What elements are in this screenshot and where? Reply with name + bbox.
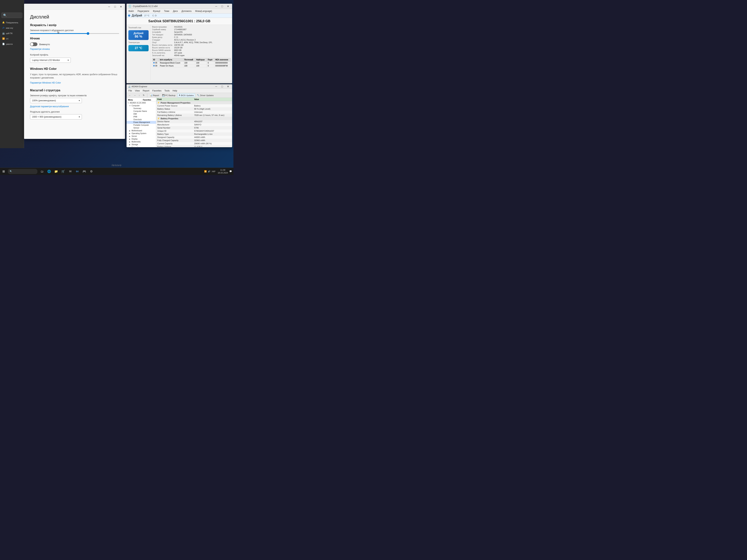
refresh-button[interactable]: ↻ — [142, 94, 146, 97]
taskbar-game[interactable]: 🎮 — [81, 168, 87, 175]
taskbar-store[interactable]: 🛒 — [60, 168, 66, 175]
brightness-slider[interactable] — [30, 33, 119, 34]
menu-themes[interactable]: Теми — [163, 9, 170, 13]
night-settings-link[interactable]: Параметри нічника — [30, 48, 50, 50]
scale-dropdown[interactable]: 100% (рекомендовано) ▾ — [30, 98, 82, 103]
aida-menu-file[interactable]: File — [127, 89, 133, 92]
resolution-chevron-icon: ▾ — [79, 115, 80, 118]
taskbar-search-input[interactable] — [12, 170, 31, 172]
aida64-close-button[interactable]: ✕ — [226, 84, 231, 89]
menu-language[interactable]: Мова(Language) — [194, 9, 213, 13]
taskbar-aida64[interactable]: 64 — [74, 168, 80, 175]
taskbar-mail[interactable]: ✉ — [67, 168, 73, 175]
content-section-0: ⚡Power Management Properties — [156, 101, 232, 104]
scale-advanced-link[interactable]: Додаткові параметри масштабування — [30, 105, 69, 108]
tree-item-storage[interactable]: ▶ Storage — [127, 143, 156, 146]
tree-item-summary[interactable]: Summary — [127, 107, 156, 110]
status-indicator-dot — [128, 15, 130, 17]
color-profile-dropdown[interactable]: Laptop Internal LCD Monitor ▾ — [30, 58, 71, 63]
pc-backup-button[interactable]: 💾 PC Backup — [161, 94, 177, 97]
up-button[interactable]: ↑ — [138, 94, 141, 97]
bios-updates-button[interactable]: ⬇ BIOS Updates — [177, 93, 195, 97]
back-button[interactable]: ← — [128, 94, 132, 97]
brightness-thumb[interactable] — [87, 32, 89, 35]
tree-item-power-management[interactable]: Power Management — [127, 121, 156, 124]
tree-item-aida64-v5.20.3400[interactable]: ▼ AIDA64 v5.20.3400 — [127, 102, 156, 104]
taskbar: ⊞ 🔍 🗂 🌐 📁 🛒 ✉ 64 — [0, 167, 233, 175]
tree-expand-icon: ▶ — [129, 135, 131, 137]
tree-item-sensor[interactable]: Sensor — [127, 127, 156, 129]
page-title: Дисплей — [30, 14, 119, 20]
tree-item-ipmi[interactable]: IPMI — [127, 115, 156, 118]
menu-edit[interactable]: Редагувати — [136, 9, 150, 13]
night-toggle[interactable] — [30, 43, 37, 46]
aida64-tree: Menu Favorites ▼ AIDA64 v5.20.3400 ▼ Com… — [127, 98, 156, 147]
serial-label: Серійний номер — [152, 28, 172, 31]
tray-network-icon[interactable]: 📶 — [204, 170, 207, 172]
tech-state-label: Технічний стан — [128, 27, 149, 29]
close-button[interactable]: ✕ — [119, 4, 124, 9]
sidebar-item-network[interactable]: 📶 сті — [0, 36, 24, 41]
report-button[interactable]: 📊 Report — [149, 94, 160, 97]
sidebar-item-docs[interactable]: 📄 ументи — [0, 41, 24, 47]
tree-item-server[interactable]: ▶ Server — [127, 135, 156, 138]
menu-file[interactable]: Файл — [127, 9, 135, 13]
tree-item-dmi[interactable]: DMI — [127, 113, 156, 115]
hd-color-link[interactable]: Параметри Windows HD Color — [30, 81, 61, 84]
resolution-dropdown[interactable]: 1600 × 900 (рекомендовано) ▾ — [30, 114, 82, 119]
tree-item-multimedia[interactable]: ▶ Multimedia — [127, 140, 156, 143]
aida-menu-help[interactable]: Help — [172, 89, 178, 92]
sidebar-search-input[interactable] — [7, 14, 22, 17]
taskbar-task-view[interactable]: 🗂 — [39, 168, 45, 175]
sidebar-item-pc[interactable]: 💻 цей ПК — [0, 31, 24, 36]
taskbar-settings[interactable]: ⚙ — [88, 168, 95, 175]
serial-value: 171446801807 — [174, 28, 231, 31]
field-value: 5706 — [194, 127, 231, 129]
pc-backup-label: PC Backup — [165, 94, 176, 97]
tree-item-motherboard[interactable]: ▶ Motherboard — [127, 129, 156, 132]
sidebar-item-notifications[interactable]: 🔔 Повідомлень — [0, 20, 24, 25]
menu-help[interactable]: Допомога — [180, 9, 193, 13]
tree-item-display[interactable]: ▶ Display — [127, 138, 156, 140]
aida64-title: AIDA64 Engineer — [132, 85, 214, 87]
tree-item-portable-computer[interactable]: Portable Computer — [127, 124, 156, 127]
sidebar-item-sleep[interactable]: 💤 ким сну — [0, 25, 24, 31]
crystal-maximize-button[interactable]: □ — [220, 4, 225, 8]
tree-item-overclock[interactable]: Overclock — [127, 118, 156, 121]
field-value: 7028 sec (1 hours, 57 min, 8 sec) — [194, 114, 231, 116]
tree-item-label: Portable Computer — [133, 124, 149, 126]
taskbar-search-container[interactable]: 🔍 — [8, 169, 37, 174]
menu-disk[interactable]: Диск — [172, 9, 179, 13]
maximize-button[interactable]: □ — [112, 4, 118, 9]
aida-menu-favorites[interactable]: Favorites — [151, 89, 162, 92]
crystal-title: CrystalDiskInfo 9.2.3 x64 — [133, 5, 214, 7]
aida64-minimize-button[interactable]: ─ — [214, 84, 219, 89]
transfer-value: SATA/600 | SATA/600 — [174, 34, 231, 36]
attr-status-dot — [153, 62, 155, 63]
tray-volume-icon[interactable]: 🔊 — [208, 170, 210, 172]
start-button[interactable]: ⊞ — [0, 168, 7, 175]
forward-button[interactable]: → — [133, 94, 137, 97]
menu-functions[interactable]: Функції — [152, 9, 161, 13]
taskbar-edge[interactable]: 🌐 — [46, 168, 52, 175]
temp-badge: 27 °C — [128, 45, 149, 51]
field-name: Fully Charged Capacity — [157, 139, 194, 141]
aida-menu-tools[interactable]: Tools — [163, 89, 171, 92]
crystal-close-button[interactable]: ✕ — [226, 4, 231, 8]
tree-item-label: Network — [132, 146, 138, 147]
tree-item-operating-system[interactable]: ▶ Operating System — [127, 132, 156, 135]
tree-item-computer[interactable]: ▼ Computer — [127, 104, 156, 107]
taskbar-explorer[interactable]: 📁 — [53, 168, 59, 175]
notification-area-icon[interactable]: 💬 — [229, 170, 232, 172]
tray-language[interactable]: УКР — [212, 170, 215, 172]
tree-item-network[interactable]: ▶ Network — [127, 146, 156, 147]
sidebar-search-container[interactable]: 🔍 — [1, 12, 22, 18]
taskbar-clock[interactable]: 11:30 18.03.2024 — [218, 169, 228, 174]
aida-menu-view[interactable]: View — [134, 89, 141, 92]
aida-menu-report[interactable]: Report — [141, 89, 150, 92]
crystal-minimize-button[interactable]: ─ — [214, 4, 219, 8]
driver-updates-button[interactable]: 🔧 Driver Updates — [196, 94, 215, 97]
aida64-maximize-button[interactable]: □ — [220, 84, 225, 89]
minimize-button[interactable]: ─ — [106, 4, 112, 9]
tree-item-computer-name[interactable]: Computer Name — [127, 110, 156, 113]
